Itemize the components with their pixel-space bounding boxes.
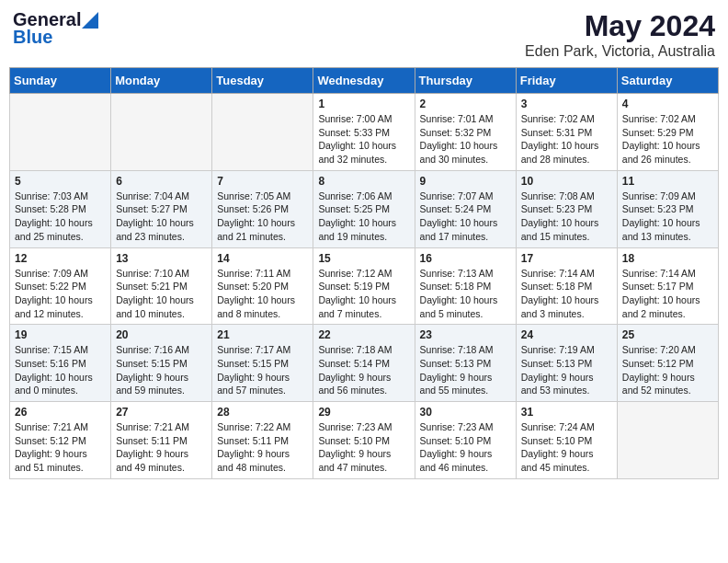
day-info: Sunrise: 7:21 AMSunset: 5:12 PMDaylight:…: [15, 420, 106, 475]
calendar-day-cell: 8Sunrise: 7:06 AMSunset: 5:25 PMDaylight…: [313, 170, 415, 247]
weekday-header-tuesday: Tuesday: [212, 68, 313, 94]
page-title: May 2024: [525, 9, 715, 43]
calendar-day-cell: 18Sunrise: 7:14 AMSunset: 5:17 PMDayligh…: [617, 247, 718, 325]
day-number: 1: [318, 98, 409, 110]
calendar-day-cell: 29Sunrise: 7:23 AMSunset: 5:10 PMDayligh…: [313, 402, 415, 479]
day-number: 14: [217, 252, 308, 265]
day-number: 7: [217, 175, 308, 188]
calendar-day-cell: 22Sunrise: 7:18 AMSunset: 5:14 PMDayligh…: [313, 325, 415, 402]
calendar-day-cell: 12Sunrise: 7:09 AMSunset: 5:22 PMDayligh…: [10, 247, 111, 325]
day-info: Sunrise: 7:17 AMSunset: 5:15 PMDaylight:…: [217, 343, 308, 397]
calendar-day-cell: 25Sunrise: 7:20 AMSunset: 5:12 PMDayligh…: [617, 325, 718, 402]
day-number: 27: [116, 406, 207, 419]
day-number: 28: [217, 406, 308, 419]
day-info: Sunrise: 7:14 AMSunset: 5:17 PMDaylight:…: [622, 267, 713, 321]
day-info: Sunrise: 7:16 AMSunset: 5:15 PMDaylight:…: [116, 343, 207, 397]
day-number: 8: [318, 175, 409, 188]
day-number: 13: [116, 252, 207, 265]
day-number: 9: [420, 175, 511, 188]
day-info: Sunrise: 7:05 AMSunset: 5:26 PMDaylight:…: [217, 190, 308, 244]
day-number: 2: [420, 98, 511, 110]
day-info: Sunrise: 7:20 AMSunset: 5:12 PMDaylight:…: [622, 343, 713, 397]
day-number: 29: [318, 406, 409, 419]
day-info: Sunrise: 7:08 AMSunset: 5:23 PMDaylight:…: [521, 190, 612, 244]
day-number: 21: [217, 328, 308, 341]
day-info: Sunrise: 7:14 AMSunset: 5:18 PMDaylight:…: [521, 267, 612, 321]
calendar-week-row: 19Sunrise: 7:15 AMSunset: 5:16 PMDayligh…: [10, 325, 719, 402]
page-header: General Blue May 2024 Eden Park, Victori…: [9, 9, 719, 60]
logo-blue: Blue: [13, 27, 52, 48]
weekday-header-wednesday: Wednesday: [313, 68, 415, 94]
weekday-header-friday: Friday: [516, 68, 617, 94]
day-info: Sunrise: 7:10 AMSunset: 5:21 PMDaylight:…: [116, 267, 207, 321]
calendar-day-cell: 13Sunrise: 7:10 AMSunset: 5:21 PMDayligh…: [111, 247, 212, 325]
day-number: 11: [622, 175, 713, 188]
weekday-header-thursday: Thursday: [415, 68, 516, 94]
day-info: Sunrise: 7:04 AMSunset: 5:27 PMDaylight:…: [116, 190, 207, 244]
calendar-day-cell: 9Sunrise: 7:07 AMSunset: 5:24 PMDaylight…: [415, 170, 516, 247]
calendar-day-cell: 17Sunrise: 7:14 AMSunset: 5:18 PMDayligh…: [516, 247, 617, 325]
calendar-table: SundayMondayTuesdayWednesdayThursdayFrid…: [9, 67, 719, 479]
day-info: Sunrise: 7:01 AMSunset: 5:32 PMDaylight:…: [420, 112, 511, 167]
calendar-day-cell: 16Sunrise: 7:13 AMSunset: 5:18 PMDayligh…: [415, 247, 516, 325]
calendar-day-cell: 28Sunrise: 7:22 AMSunset: 5:11 PMDayligh…: [212, 402, 313, 479]
weekday-header-row: SundayMondayTuesdayWednesdayThursdayFrid…: [10, 68, 719, 94]
calendar-day-cell: [212, 94, 313, 171]
weekday-header-saturday: Saturday: [617, 68, 718, 94]
title-block: May 2024 Eden Park, Victoria, Australia: [525, 9, 715, 60]
calendar-day-cell: 26Sunrise: 7:21 AMSunset: 5:12 PMDayligh…: [10, 402, 111, 479]
svg-marker-0: [82, 12, 98, 29]
calendar-week-row: 1Sunrise: 7:00 AMSunset: 5:33 PMDaylight…: [10, 94, 719, 171]
day-info: Sunrise: 7:23 AMSunset: 5:10 PMDaylight:…: [318, 420, 409, 475]
day-number: 19: [15, 328, 106, 341]
day-info: Sunrise: 7:24 AMSunset: 5:10 PMDaylight:…: [521, 420, 612, 475]
day-info: Sunrise: 7:12 AMSunset: 5:19 PMDaylight:…: [318, 267, 409, 321]
calendar-day-cell: [10, 94, 111, 171]
day-number: 10: [521, 175, 612, 188]
calendar-day-cell: [617, 402, 718, 479]
day-number: 24: [521, 328, 612, 341]
day-number: 16: [420, 252, 511, 265]
calendar-day-cell: 21Sunrise: 7:17 AMSunset: 5:15 PMDayligh…: [212, 325, 313, 402]
day-number: 31: [521, 406, 612, 419]
day-number: 22: [318, 328, 409, 341]
day-info: Sunrise: 7:19 AMSunset: 5:13 PMDaylight:…: [521, 343, 612, 397]
day-info: Sunrise: 7:18 AMSunset: 5:14 PMDaylight:…: [318, 343, 409, 397]
calendar-day-cell: 4Sunrise: 7:02 AMSunset: 5:29 PMDaylight…: [617, 94, 718, 171]
day-info: Sunrise: 7:02 AMSunset: 5:31 PMDaylight:…: [521, 112, 612, 167]
day-info: Sunrise: 7:13 AMSunset: 5:18 PMDaylight:…: [420, 267, 511, 321]
day-number: 20: [116, 328, 207, 341]
day-info: Sunrise: 7:07 AMSunset: 5:24 PMDaylight:…: [420, 190, 511, 244]
day-number: 18: [622, 252, 713, 265]
calendar-day-cell: 14Sunrise: 7:11 AMSunset: 5:20 PMDayligh…: [212, 247, 313, 325]
day-info: Sunrise: 7:06 AMSunset: 5:25 PMDaylight:…: [318, 190, 409, 244]
day-number: 5: [15, 175, 106, 188]
calendar-week-row: 26Sunrise: 7:21 AMSunset: 5:12 PMDayligh…: [10, 402, 719, 479]
weekday-header-monday: Monday: [111, 68, 212, 94]
calendar-day-cell: 15Sunrise: 7:12 AMSunset: 5:19 PMDayligh…: [313, 247, 415, 325]
day-info: Sunrise: 7:00 AMSunset: 5:33 PMDaylight:…: [318, 112, 409, 167]
day-info: Sunrise: 7:11 AMSunset: 5:20 PMDaylight:…: [217, 267, 308, 321]
calendar-day-cell: 19Sunrise: 7:15 AMSunset: 5:16 PMDayligh…: [10, 325, 111, 402]
day-number: 3: [521, 98, 612, 110]
day-info: Sunrise: 7:09 AMSunset: 5:23 PMDaylight:…: [622, 190, 713, 244]
calendar-day-cell: 10Sunrise: 7:08 AMSunset: 5:23 PMDayligh…: [516, 170, 617, 247]
logo: General Blue: [13, 9, 98, 48]
day-number: 26: [15, 406, 106, 419]
calendar-day-cell: [111, 94, 212, 171]
day-number: 12: [15, 252, 106, 265]
calendar-day-cell: 30Sunrise: 7:23 AMSunset: 5:10 PMDayligh…: [415, 402, 516, 479]
day-info: Sunrise: 7:18 AMSunset: 5:13 PMDaylight:…: [420, 343, 511, 397]
calendar-day-cell: 11Sunrise: 7:09 AMSunset: 5:23 PMDayligh…: [617, 170, 718, 247]
weekday-header-sunday: Sunday: [10, 68, 111, 94]
calendar-day-cell: 24Sunrise: 7:19 AMSunset: 5:13 PMDayligh…: [516, 325, 617, 402]
calendar-day-cell: 6Sunrise: 7:04 AMSunset: 5:27 PMDaylight…: [111, 170, 212, 247]
calendar-day-cell: 3Sunrise: 7:02 AMSunset: 5:31 PMDaylight…: [516, 94, 617, 171]
calendar-week-row: 5Sunrise: 7:03 AMSunset: 5:28 PMDaylight…: [10, 170, 719, 247]
day-info: Sunrise: 7:09 AMSunset: 5:22 PMDaylight:…: [15, 267, 106, 321]
calendar-day-cell: 2Sunrise: 7:01 AMSunset: 5:32 PMDaylight…: [415, 94, 516, 171]
day-number: 15: [318, 252, 409, 265]
day-info: Sunrise: 7:03 AMSunset: 5:28 PMDaylight:…: [15, 190, 106, 244]
day-number: 17: [521, 252, 612, 265]
day-number: 23: [420, 328, 511, 341]
